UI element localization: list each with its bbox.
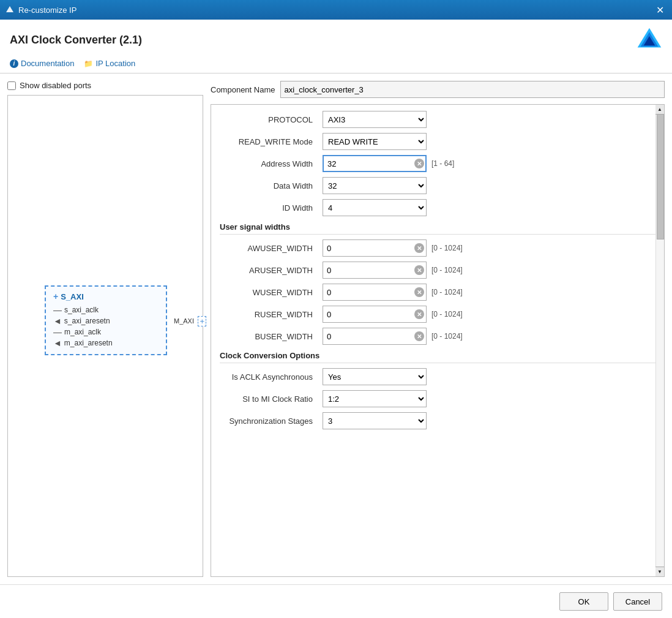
folder-icon: 📁	[84, 59, 93, 68]
aruser-input-wrap: ✕	[323, 262, 427, 279]
port-dash-1: —	[53, 305, 62, 315]
read-write-row: READ_WRITE Mode READ WRITE READ ONLY WRI…	[220, 133, 655, 150]
si-mi-ratio-select[interactable]: 1:1 1:2 1:4 1:8	[323, 390, 427, 407]
port-dash-2: —	[53, 327, 62, 337]
plus-icon: +	[53, 292, 58, 301]
m-axi-plus-icon: +	[198, 316, 206, 326]
awuser-clear-btn[interactable]: ✕	[414, 243, 424, 253]
user-signal-section-header: User signal widths	[220, 222, 655, 235]
params-scroll[interactable]: PROTOCOL AXI3 AXI4 AXI4LITE READ_WRITE M…	[211, 105, 664, 576]
ruser-range: [0 - 1024]	[431, 310, 463, 318]
titlebar-left: Re-customize IP	[5, 5, 77, 15]
address-width-input[interactable]	[323, 155, 427, 172]
scrollbar-track[interactable]: ▲ ▼	[655, 105, 664, 576]
svg-marker-0	[6, 6, 13, 12]
scrollbar-thumb[interactable]	[657, 105, 664, 239]
main-window: Re-customize IP ✕ AXI Clock Converter (2…	[0, 0, 672, 618]
address-width-label: Address Width	[220, 159, 318, 168]
wuser-input[interactable]	[323, 284, 427, 301]
ruser-clear-btn[interactable]: ✕	[414, 309, 424, 319]
awuser-label: AWUSER_WIDTH	[220, 244, 318, 253]
left-panel: Show disabled ports + S_AXI — s_axi_aclk…	[7, 81, 203, 577]
wuser-input-wrap: ✕	[323, 284, 427, 301]
protocol-label: PROTOCOL	[220, 115, 318, 124]
component-diagram-block: + S_AXI — s_axi_aclk ◄ s_axi_aresetn M_A…	[45, 285, 167, 355]
titlebar-title: Re-customize IP	[18, 6, 77, 15]
ip-location-label: IP Location	[95, 59, 135, 68]
app-title-row: AXI Clock Converter (2.1)	[10, 27, 662, 53]
app-title-text: AXI Clock Converter (2.1)	[10, 34, 142, 47]
address-width-input-wrap: ✕	[323, 155, 427, 172]
address-width-range: [1 - 64]	[431, 159, 454, 168]
params-container: PROTOCOL AXI3 AXI4 AXI4LITE READ_WRITE M…	[211, 104, 665, 577]
wuser-clear-btn[interactable]: ✕	[414, 287, 424, 297]
port-m-axi-aresetn: ◄ m_axi_aresetn	[53, 338, 159, 348]
protocol-select[interactable]: AXI3 AXI4 AXI4LITE	[323, 111, 427, 128]
wuser-range: [0 - 1024]	[431, 288, 463, 296]
port-s-axi-aclk: — s_axi_aclk	[53, 305, 159, 315]
read-write-select[interactable]: READ WRITE READ ONLY WRITE ONLY	[323, 133, 427, 150]
diagram-box: + S_AXI — s_axi_aclk ◄ s_axi_aresetn M_A…	[7, 95, 203, 577]
wuser-row: WUSER_WIDTH ✕ [0 - 1024]	[220, 284, 655, 301]
read-write-label: READ_WRITE Mode	[220, 137, 318, 146]
address-width-clear-btn[interactable]: ✕	[414, 159, 424, 168]
sync-stages-label: Synchronization Stages	[220, 416, 318, 426]
port-name-m-axi-aclk: m_axi_aclk	[64, 328, 101, 336]
port-triangle-2: ◄	[53, 338, 62, 348]
buser-clear-btn[interactable]: ✕	[414, 331, 424, 341]
block-title-text: S_AXI	[61, 292, 84, 301]
clock-section-header: Clock Conversion Options	[220, 351, 655, 363]
nav-links: i Documentation 📁 IP Location	[10, 59, 662, 68]
aruser-label: ARUSER_WIDTH	[220, 266, 318, 275]
ruser-input[interactable]	[323, 306, 427, 323]
bottom-bar: OK Cancel	[0, 584, 672, 618]
si-mi-ratio-row: SI to MI Clock Ratio 1:1 1:2 1:4 1:8	[220, 390, 655, 407]
awuser-input-wrap: ✕	[323, 239, 427, 257]
buser-input-wrap: ✕	[323, 328, 427, 345]
xilinx-logo	[637, 27, 662, 53]
sync-stages-select[interactable]: 2 3 4	[323, 412, 427, 429]
scroll-up-btn[interactable]: ▲	[655, 105, 664, 115]
ok-button[interactable]: OK	[559, 592, 608, 611]
component-name-row: Component Name	[211, 81, 665, 98]
scroll-down-btn[interactable]: ▼	[655, 567, 664, 576]
id-width-label: ID Width	[220, 203, 318, 213]
show-disabled-checkbox[interactable]	[7, 81, 16, 90]
show-disabled-row: Show disabled ports	[7, 81, 203, 90]
awuser-row: AWUSER_WIDTH ✕ [0 - 1024]	[220, 239, 655, 257]
top-area: AXI Clock Converter (2.1) i Documentatio…	[0, 20, 672, 73]
id-width-row: ID Width 123 4 5678	[220, 199, 655, 216]
close-button[interactable]: ✕	[652, 2, 667, 17]
aruser-row: ARUSER_WIDTH ✕ [0 - 1024]	[220, 262, 655, 279]
address-width-row: Address Width ✕ [1 - 64]	[220, 155, 655, 172]
buser-input[interactable]	[323, 328, 427, 345]
port-m-axi-aclk: — m_axi_aclk	[53, 327, 159, 337]
data-width-row: Data Width 32 64 128	[220, 177, 655, 194]
aruser-clear-btn[interactable]: ✕	[414, 265, 424, 275]
port-name-s-axi-aclk: s_axi_aclk	[64, 306, 99, 314]
documentation-link[interactable]: i Documentation	[10, 59, 74, 68]
ruser-input-wrap: ✕	[323, 306, 427, 323]
m-axi-label: M_AXI	[174, 317, 194, 325]
si-mi-ratio-label: SI to MI Clock Ratio	[220, 394, 318, 404]
data-width-select[interactable]: 32 64 128	[323, 177, 427, 194]
port-name-s-axi-aresetn: s_axi_aresetn	[64, 317, 110, 325]
component-name-label: Component Name	[211, 85, 275, 94]
aclk-async-label: Is ACLK Asynchronous	[220, 372, 318, 382]
ruser-row: RUSER_WIDTH ✕ [0 - 1024]	[220, 306, 655, 323]
awuser-input[interactable]	[323, 239, 427, 257]
data-width-label: Data Width	[220, 181, 318, 190]
port-s-axi-aresetn: ◄ s_axi_aresetn M_AXI +	[53, 316, 159, 326]
wuser-label: WUSER_WIDTH	[220, 288, 318, 297]
aruser-input[interactable]	[323, 262, 427, 279]
buser-range: [0 - 1024]	[431, 332, 463, 341]
aclk-async-select[interactable]: Yes No	[323, 368, 427, 385]
ip-location-link[interactable]: 📁 IP Location	[84, 59, 135, 68]
sync-stages-row: Synchronization Stages 2 3 4	[220, 412, 655, 429]
app-icon	[5, 5, 15, 15]
component-name-input[interactable]	[280, 81, 665, 98]
aruser-range: [0 - 1024]	[431, 266, 463, 274]
cancel-button[interactable]: Cancel	[613, 592, 662, 611]
id-width-select[interactable]: 123 4 5678	[323, 199, 427, 216]
right-panel: Component Name PROTOCOL AXI3 AXI4 AXI4LI…	[211, 81, 665, 577]
